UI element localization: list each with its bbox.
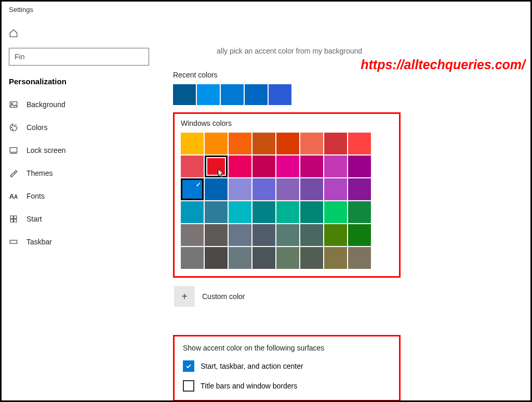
svg-rect-9 [14,219,17,222]
checkbox-start-taskbar-label: Start, taskbar, and action center [201,362,303,370]
lock-screen-icon [9,146,18,155]
checkbox-title-bars[interactable] [183,380,194,392]
svg-point-2 [11,127,12,128]
svg-point-3 [12,125,14,126]
color-swatch[interactable] [276,201,299,223]
color-swatch[interactable] [324,201,347,223]
color-swatch[interactable] [276,133,299,154]
color-swatch[interactable] [276,224,299,246]
color-swatch[interactable] [276,178,299,200]
custom-color-button[interactable]: + [174,286,195,307]
accent-auto-pick-text: ally pick an accent color from my backgr… [217,47,520,55]
windows-colors-grid: ✓ [181,133,393,269]
sidebar-item-themes[interactable]: Themes [9,162,163,185]
accent-surfaces-label: Show accent color on the following surfa… [183,344,391,352]
checkbox-start-taskbar[interactable] [183,360,194,372]
color-swatch[interactable] [300,201,323,223]
color-swatch[interactable] [348,201,371,223]
color-swatch[interactable]: ✓ [181,178,204,200]
themes-icon [9,168,18,178]
color-swatch[interactable] [252,178,275,200]
color-swatch[interactable] [300,133,323,154]
color-swatch[interactable] [181,133,204,154]
color-swatch[interactable] [252,201,275,223]
sidebar-item-background[interactable]: Background [9,93,163,116]
sidebar-item-label: Background [26,100,65,109]
color-swatch[interactable] [300,178,323,200]
svg-point-1 [11,103,12,104]
color-swatch[interactable] [229,247,251,269]
recent-color-swatch[interactable] [245,84,268,105]
color-swatch[interactable] [205,201,228,223]
color-swatch[interactable] [300,155,323,177]
svg-rect-8 [10,219,13,222]
cursor-icon [218,168,225,179]
home-button[interactable] [9,18,163,38]
color-swatch[interactable] [181,155,204,177]
color-swatch[interactable] [205,224,228,246]
window-title: Settings [2,2,530,18]
windows-colors-section: Windows colors ✓ [173,112,401,278]
taskbar-icon [9,237,18,247]
main-content: ally pick an accent color from my backgr… [163,18,530,400]
color-swatch[interactable] [252,224,275,246]
home-icon [9,29,18,38]
image-icon [9,100,18,109]
palette-icon [9,123,18,132]
color-swatch[interactable] [348,133,371,154]
svg-point-4 [12,129,14,130]
color-swatch[interactable] [229,133,251,154]
sidebar-item-label: Colors [26,123,47,132]
sidebar-item-label: Fonts [26,192,45,200]
svg-rect-10 [10,240,17,243]
color-swatch[interactable] [348,155,371,177]
color-swatch[interactable] [276,247,299,269]
search-input[interactable]: Fin [9,48,149,66]
sidebar-item-fonts[interactable]: AA Fonts [9,185,163,208]
color-swatch[interactable] [324,178,347,200]
fonts-icon: AA [9,191,18,201]
color-swatch[interactable] [300,224,323,246]
color-swatch[interactable] [181,201,204,223]
sidebar-item-start[interactable]: Start [9,208,163,230]
check-icon [185,362,192,370]
color-swatch[interactable] [324,133,347,154]
color-swatch[interactable] [181,224,204,246]
windows-colors-label: Windows colors [181,119,393,127]
recent-color-swatch[interactable] [221,84,244,105]
color-swatch[interactable] [348,224,371,246]
color-swatch[interactable] [324,155,347,177]
color-swatch[interactable] [229,201,251,223]
color-swatch[interactable] [348,247,371,269]
recent-color-swatch[interactable] [173,84,196,105]
color-swatch[interactable] [300,247,323,269]
color-swatch[interactable] [348,178,371,200]
color-swatch[interactable] [205,178,228,200]
start-icon [9,214,18,224]
color-swatch[interactable] [324,247,347,269]
search-placeholder-text: Fin [15,53,24,61]
color-swatch[interactable] [205,247,228,269]
color-swatch[interactable] [229,178,251,200]
color-swatch[interactable] [252,155,275,177]
color-swatch[interactable] [229,155,251,177]
color-swatch[interactable] [252,133,275,154]
color-swatch[interactable] [252,247,275,269]
color-swatch[interactable] [205,133,228,154]
watermark-url: https://alltechqueries.com/ [361,57,525,72]
color-swatch[interactable] [229,224,251,246]
recent-color-swatch[interactable] [197,84,220,105]
color-swatch[interactable] [276,155,299,177]
svg-rect-0 [10,102,17,108]
color-swatch[interactable] [205,155,228,177]
sidebar-item-lock-screen[interactable]: Lock screen [9,139,163,162]
plus-icon: + [181,291,188,303]
sidebar-section-title: Personalization [9,77,163,86]
custom-color-label: Custom color [202,292,245,301]
color-swatch[interactable] [324,224,347,246]
sidebar-item-colors[interactable]: Colors [9,116,163,139]
color-swatch[interactable] [181,247,204,269]
sidebar-item-taskbar[interactable]: Taskbar [9,230,163,253]
sidebar-item-label: Taskbar [26,238,52,246]
recent-color-swatch[interactable] [269,84,291,105]
